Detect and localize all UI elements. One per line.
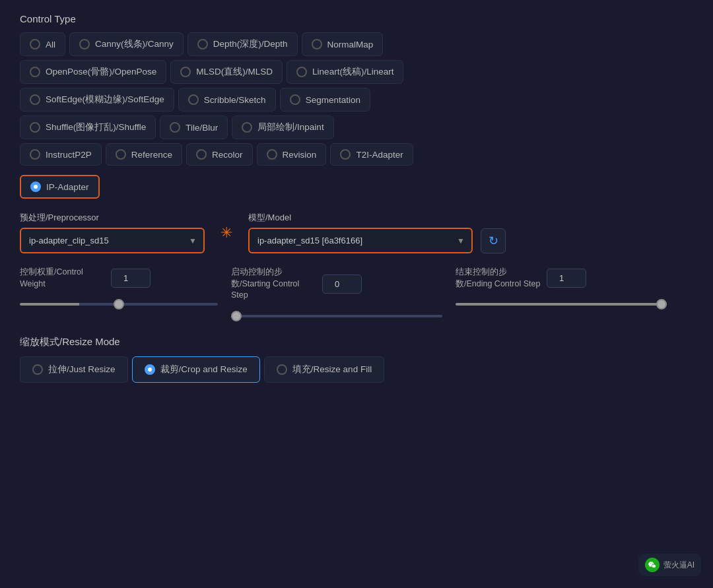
- control-type-grid: All Canny(线条)/Canny Depth(深度)/Depth Norm…: [20, 32, 693, 166]
- radio-circle-openpose: [30, 67, 40, 77]
- resize-label-cropandresize: 裁剪/Crop and Resize: [160, 364, 248, 376]
- radio-lineart[interactable]: Lineart(线稿)/Lineart: [287, 60, 403, 84]
- radio-revision[interactable]: Revision: [257, 143, 327, 166]
- ending-step-group: 结束控制的步数/Ending Control Step: [456, 267, 667, 308]
- radio-mlsd[interactable]: MLSD(直线)/MLSD: [170, 60, 283, 84]
- radio-reference[interactable]: Reference: [106, 143, 182, 166]
- radio-circle-t2iadapter: [340, 149, 351, 160]
- radio-circle-all: [30, 39, 40, 49]
- radio-tileblur[interactable]: Tile/Blur: [160, 115, 228, 139]
- control-row-5: InstructP2P Reference Recolor Revision T…: [20, 143, 693, 166]
- ending-step-input[interactable]: [547, 269, 586, 288]
- preprocessor-select-wrapper: ip-adapter_clip_sd15 ▼: [20, 228, 205, 253]
- radio-all[interactable]: All: [20, 32, 65, 56]
- radio-circle-softedge: [30, 94, 40, 105]
- radio-t2iadapter[interactable]: T2I-Adapter: [330, 143, 413, 166]
- model-select[interactable]: ip-adapter_sd15 [6a3f6166]: [248, 228, 473, 253]
- starting-step-group: 启动控制的步数/Starting Control Step: [231, 267, 442, 320]
- ending-step-top: 结束控制的步数/Ending Control Step: [456, 267, 667, 290]
- radio-circle-ipadapter: [30, 181, 41, 192]
- radio-circle-reference: [116, 149, 126, 160]
- radio-circle-shuffle: [30, 122, 40, 133]
- radio-label-segmentation: Segmentation: [306, 95, 360, 105]
- radio-label-revision: Revision: [283, 150, 317, 160]
- control-weight-group: 控制权重/Control Weight: [20, 267, 218, 308]
- model-select-wrapper: ip-adapter_sd15 [6a3f6166] ▼: [248, 228, 473, 253]
- radio-circle-cropandresize: [145, 364, 155, 375]
- resize-label-resizeandfill: 填充/Resize and Fill: [292, 364, 372, 376]
- control-row-4: Shuffle(图像打乱)/Shuffle Tile/Blur 局部绘制/Inp…: [20, 115, 693, 139]
- preprocessor-model-section: 预处理/Preprocessor ip-adapter_clip_sd15 ▼ …: [20, 212, 693, 253]
- radio-depth[interactable]: Depth(深度)/Depth: [187, 32, 298, 56]
- radio-circle-inpaint: [242, 122, 252, 133]
- radio-label-openpose: OpenPose(骨骼)/OpenPose: [46, 66, 156, 78]
- radio-label-recolor: Recolor: [212, 150, 243, 160]
- wechat-icon: [645, 558, 660, 572]
- radio-label-depth: Depth(深度)/Depth: [213, 38, 288, 50]
- radio-instructp2p[interactable]: InstructP2P: [20, 143, 102, 166]
- control-weight-slider-container: [20, 296, 218, 308]
- radio-normalmap[interactable]: NormalMap: [302, 32, 384, 56]
- ending-step-slider[interactable]: [456, 303, 667, 306]
- starting-step-input[interactable]: [322, 275, 362, 294]
- radio-label-canny: Canny(线条)/Canny: [95, 38, 174, 50]
- resize-mode-row: 拉伸/Just Resize 裁剪/Crop and Resize 填充/Res…: [20, 356, 693, 383]
- radio-openpose[interactable]: OpenPose(骨骼)/OpenPose: [20, 60, 166, 84]
- spark-icon: ✳: [221, 224, 232, 242]
- resize-mode-section: 缩放模式/Resize Mode 拉伸/Just Resize 裁剪/Crop …: [20, 336, 693, 383]
- preprocessor-label: 预处理/Preprocessor: [20, 212, 205, 224]
- radio-label-mlsd: MLSD(直线)/MLSD: [196, 66, 273, 78]
- radio-circle-lineart: [296, 67, 307, 77]
- radio-label-tileblur: Tile/Blur: [186, 123, 218, 133]
- control-row-3: SoftEdge(模糊边缘)/SoftEdge Scribble/Sketch …: [20, 88, 693, 112]
- model-label: 模型/Model: [248, 212, 506, 224]
- radio-circle-instructp2p: [30, 149, 40, 160]
- control-weight-input[interactable]: [111, 269, 151, 288]
- watermark-text: 萤火逼AI: [663, 560, 695, 571]
- radio-label-softedge: SoftEdge(模糊边缘)/SoftEdge: [46, 94, 164, 106]
- control-type-section: Control Type All Canny(线条)/Canny Depth(深…: [20, 13, 693, 199]
- radio-scribble[interactable]: Scribble/Sketch: [178, 88, 276, 112]
- starting-step-top: 启动控制的步数/Starting Control Step: [231, 267, 442, 302]
- ip-adapter-row: IP-Adapter: [20, 175, 693, 199]
- starting-step-slider-container: [231, 308, 442, 320]
- radio-label-normalmap: NormalMap: [327, 40, 374, 49]
- radio-segmentation[interactable]: Segmentation: [280, 88, 370, 112]
- radio-label-t2iadapter: T2I-Adapter: [356, 150, 403, 160]
- resize-just-resize[interactable]: 拉伸/Just Resize: [20, 356, 128, 383]
- radio-shuffle[interactable]: Shuffle(图像打乱)/Shuffle: [20, 115, 156, 139]
- resize-and-fill[interactable]: 填充/Resize and Fill: [264, 356, 384, 383]
- refresh-button[interactable]: ↻: [481, 228, 506, 253]
- control-row-2: OpenPose(骨骼)/OpenPose MLSD(直线)/MLSD Line…: [20, 60, 693, 84]
- radio-circle-resizeandfill: [277, 364, 287, 375]
- control-weight-top: 控制权重/Control Weight: [20, 267, 218, 290]
- radio-circle-scribble: [188, 94, 199, 105]
- radio-circle-tileblur: [170, 122, 180, 133]
- radio-recolor[interactable]: Recolor: [186, 143, 253, 166]
- control-type-label: Control Type: [20, 13, 693, 24]
- radio-softedge[interactable]: SoftEdge(模糊边缘)/SoftEdge: [20, 88, 174, 112]
- radio-label-ipadapter: IP-Adapter: [46, 182, 89, 192]
- preprocessor-group: 预处理/Preprocessor ip-adapter_clip_sd15 ▼: [20, 212, 205, 253]
- control-row-1: All Canny(线条)/Canny Depth(深度)/Depth Norm…: [20, 32, 693, 56]
- radio-circle-segmentation: [290, 94, 300, 105]
- radio-canny[interactable]: Canny(线条)/Canny: [69, 32, 184, 56]
- radio-ipadapter[interactable]: IP-Adapter: [20, 175, 100, 199]
- radio-label-all: All: [46, 40, 55, 49]
- radio-label-instructp2p: InstructP2P: [46, 150, 92, 160]
- radio-label-reference: Reference: [131, 150, 172, 160]
- model-group: 模型/Model ip-adapter_sd15 [6a3f6166] ▼ ↻: [248, 212, 506, 253]
- radio-circle-normalmap: [312, 39, 322, 49]
- control-weight-slider[interactable]: [20, 303, 218, 306]
- preprocessor-select[interactable]: ip-adapter_clip_sd15: [20, 228, 205, 253]
- refresh-icon: ↻: [489, 234, 498, 248]
- controls-row: 控制权重/Control Weight 启动控制的步数/Starting Con…: [20, 267, 693, 320]
- radio-circle-recolor: [196, 149, 207, 160]
- starting-step-label: 启动控制的步数/Starting Control Step: [231, 267, 317, 302]
- radio-circle-revision: [267, 149, 277, 160]
- radio-inpaint[interactable]: 局部绘制/Inpaint: [232, 115, 333, 139]
- starting-step-slider[interactable]: [231, 315, 442, 317]
- resize-crop-and-resize[interactable]: 裁剪/Crop and Resize: [132, 356, 260, 383]
- ending-step-slider-container: [456, 296, 667, 308]
- watermark: 萤火逼AI: [638, 554, 701, 576]
